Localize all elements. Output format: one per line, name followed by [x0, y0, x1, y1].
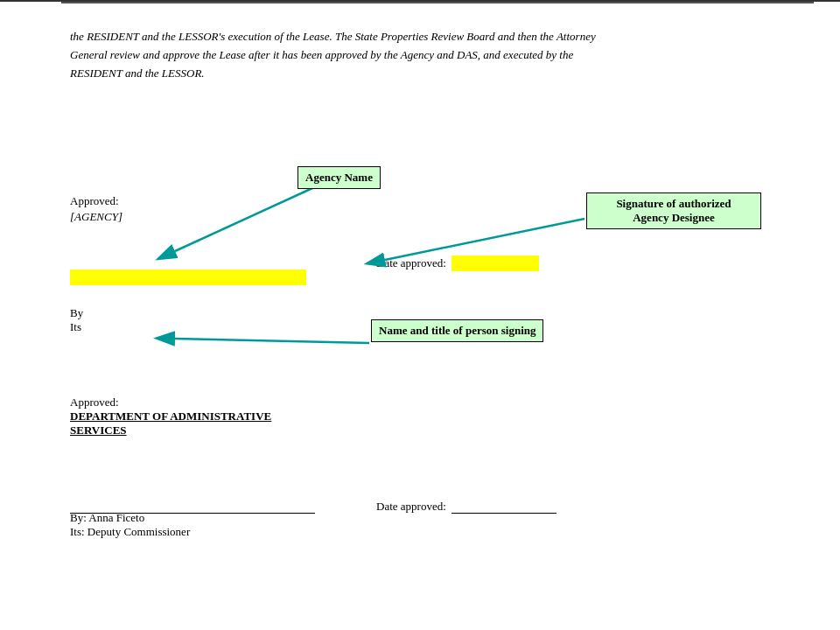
- date-field[interactable]: [452, 256, 539, 271]
- das-by-its-block: By: Anna Ficeto Its: Deputy Commissioner: [70, 511, 190, 539]
- das-org-name-line2: SERVICES: [70, 424, 271, 438]
- svg-line-4: [175, 339, 369, 343]
- das-its-label: Its: Deputy Commissioner: [70, 525, 190, 539]
- name-title-annotation: Name and title of person signing: [371, 319, 543, 342]
- das-approved-block: Approved: DEPARTMENT OF ADMINISTRATIVE S…: [70, 396, 271, 438]
- agency-value: [AGENCY]: [70, 210, 122, 224]
- top-border: [61, 2, 814, 4]
- das-date-row: Date approved:: [376, 499, 556, 514]
- das-org-name-line1: DEPARTMENT OF ADMINISTRATIVE: [70, 410, 271, 424]
- by-its-agency-block: By Its: [70, 306, 83, 334]
- agency-approved-label: Approved:: [70, 194, 122, 208]
- agency-name-annotation: Agency Name: [298, 166, 381, 189]
- das-date-line: [452, 499, 556, 514]
- das-approved-label: Approved:: [70, 396, 271, 410]
- das-date-label: Date approved:: [376, 500, 446, 514]
- signature-yellow-field[interactable]: [70, 270, 306, 285]
- by-label: By: [70, 306, 83, 320]
- svg-line-3: [385, 219, 584, 260]
- signature-annotation: Signature of authorizedAgency Designee: [586, 192, 761, 229]
- svg-line-2: [175, 184, 322, 251]
- date-approved-label: Date approved:: [376, 256, 446, 270]
- agency-approved-block: Approved: [AGENCY]: [70, 194, 122, 231]
- das-by-label: By: Anna Ficeto: [70, 511, 190, 525]
- its-label: Its: [70, 320, 83, 334]
- date-approved-agency-row: Date approved:: [376, 256, 539, 271]
- page: the RESIDENT and the LESSOR's execution …: [0, 0, 840, 630]
- body-paragraph: the RESIDENT and the LESSOR's execution …: [70, 28, 612, 82]
